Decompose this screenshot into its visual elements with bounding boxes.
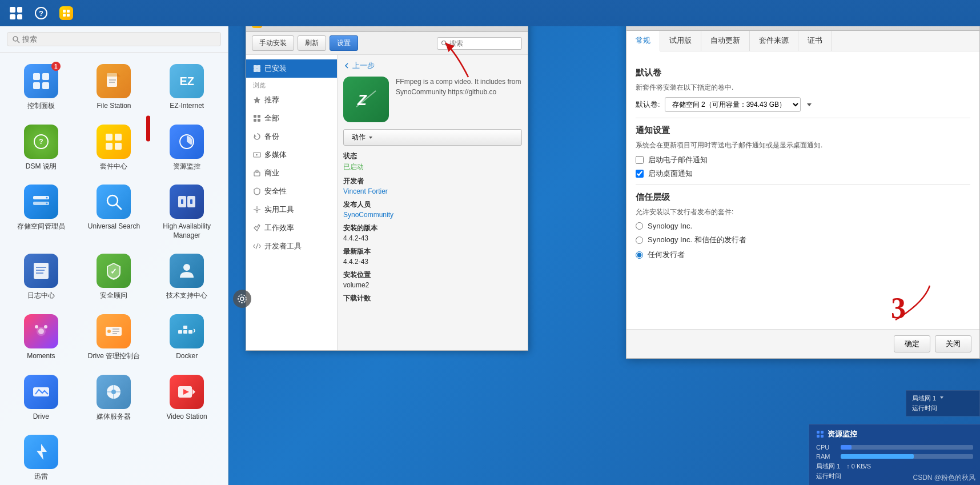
email-notify-checkbox[interactable]: [636, 156, 644, 164]
usearch-svg: [103, 191, 124, 212]
lan-label: 局域网 1: [912, 395, 936, 402]
settings-button[interactable]: 设置: [330, 35, 358, 51]
installed-label: 已安装: [264, 63, 287, 74]
sidebar-devtools[interactable]: 开发者工具: [246, 237, 337, 255]
launcher-search-icon: [12, 35, 20, 43]
app-log-icon: [24, 254, 58, 288]
app-log-label: 日志中心: [27, 291, 55, 300]
tab-trial[interactable]: 试用版: [660, 31, 701, 51]
sidebar-installed[interactable]: 已安装: [246, 59, 337, 78]
app-moments[interactable]: Moments: [7, 310, 75, 366]
app-resource[interactable]: 资源监控: [152, 120, 221, 176]
app-launcher-button[interactable]: [5, 2, 27, 25]
app-usearch[interactable]: Universal Search: [80, 180, 148, 244]
app-moments-label: Moments: [27, 352, 55, 361]
backup-label: 备份: [264, 131, 279, 142]
tab-certificate[interactable]: 证书: [798, 31, 832, 51]
svg-rect-3: [67, 10, 70, 13]
ram-fill: [841, 454, 914, 459]
trust-any-row: 任何发行者: [636, 250, 970, 260]
app-ezinternet-icon: EZ: [170, 64, 204, 98]
app-dsm-label: DSM 说明: [26, 162, 57, 171]
app-storage[interactable]: 存储空间管理员: [7, 180, 75, 244]
cpanel-svg: [31, 71, 51, 91]
app-drivectl[interactable]: Drive 管理控制台: [80, 310, 148, 366]
app-video[interactable]: Video Station: [152, 370, 221, 426]
app-log[interactable]: 日志中心: [7, 249, 75, 305]
sidebar-backup[interactable]: 备份: [246, 127, 337, 146]
settings-tabs: 常规 试用版 自动更新 套件来源 证书: [626, 31, 979, 51]
app-usearch-icon: [97, 185, 131, 219]
trust-desc: 允许安装以下发行者发布的套件:: [636, 207, 970, 217]
svg-rect-4: [63, 14, 66, 17]
sidebar-utilities[interactable]: 实用工具: [246, 201, 337, 219]
all-icon: [253, 114, 261, 122]
trust-synology-radio[interactable]: [636, 222, 643, 230]
launcher-search-input[interactable]: [22, 35, 216, 43]
settings-window: 设置 常规 试用版 自动更新 套件来源 证书 默认卷 新套件将安装在以下指定的卷…: [626, 10, 980, 359]
sidebar-recommended[interactable]: 推荐: [246, 91, 337, 109]
email-notify-row: 启动电子邮件通知: [636, 155, 970, 165]
svg-rect-52: [183, 326, 187, 329]
sidebar-productivity[interactable]: 工作效率: [246, 219, 337, 237]
app-support[interactable]: 技术支持中心: [152, 249, 221, 305]
resource-svg: [176, 131, 197, 152]
app-security[interactable]: ✓ 安全顾问: [80, 249, 148, 305]
app-drive[interactable]: Drive: [7, 370, 75, 426]
app-drivectl-icon: [97, 314, 131, 348]
sidebar-security[interactable]: 安全性: [246, 182, 337, 201]
latest-version-value: 4.4.2-43: [343, 258, 522, 266]
status-label: 状态: [343, 151, 522, 161]
launcher-search-wrap: [7, 32, 221, 46]
ram-label: RAM: [816, 453, 836, 460]
close-button[interactable]: 关闭: [935, 335, 971, 352]
pkg-back-button[interactable]: 上一步: [343, 61, 522, 71]
app-file[interactable]: File Station: [80, 59, 148, 115]
svg-rect-88: [817, 431, 820, 434]
manual-install-button[interactable]: 手动安装: [252, 35, 294, 51]
refresh-button[interactable]: 刷新: [298, 35, 326, 51]
app-docker-icon: [170, 314, 204, 348]
app-dsm[interactable]: ? DSM 说明: [7, 120, 75, 176]
svg-rect-19: [106, 134, 113, 141]
recommended-icon: [253, 96, 261, 104]
tab-auto-update[interactable]: 自动更新: [701, 31, 750, 51]
sidebar-all[interactable]: 全部: [246, 109, 337, 127]
pkg-search-input[interactable]: [449, 39, 518, 47]
app-docker[interactable]: Docker: [152, 310, 221, 366]
package-center-taskbar[interactable]: [55, 2, 78, 25]
app-suite-icon: [97, 125, 131, 159]
grid-dot-2: [17, 7, 23, 13]
tab-package-source[interactable]: 套件来源: [750, 31, 798, 51]
settings-gear-icon[interactable]: [233, 290, 251, 308]
svg-point-27: [46, 203, 47, 205]
app-ezinternet[interactable]: EZ EZ-Internet: [152, 59, 221, 115]
trust-any-radio[interactable]: [636, 251, 643, 259]
svg-point-41: [38, 328, 44, 334]
recommended-label: 推荐: [264, 95, 279, 105]
pkg-sidebar: 已安装 浏览 推荐 全部 备份 多媒体 商业: [246, 55, 338, 350]
launcher-search-bar: [0, 26, 228, 53]
default-volume-row: 默认卷: 存储空间 2（可用容量：394.43 GB）: [636, 97, 970, 112]
svg-rect-20: [115, 134, 122, 141]
svg-line-62: [445, 45, 447, 46]
pkg-action-button[interactable]: 动作: [343, 129, 522, 146]
help-button[interactable]: ?: [30, 2, 53, 25]
sidebar-business[interactable]: 商业: [246, 164, 337, 182]
app-thunder[interactable]: 迅雷: [7, 430, 75, 485]
app-cpanel[interactable]: 1 控制面板: [7, 59, 75, 115]
sidebar-multimedia[interactable]: 多媒体: [246, 146, 337, 164]
svg-text:?: ?: [39, 9, 43, 18]
confirm-button[interactable]: 确定: [894, 335, 930, 352]
app-ha[interactable]: High Availability Manager: [152, 180, 221, 244]
desktop-notify-checkbox[interactable]: [636, 170, 644, 178]
svg-marker-84: [369, 137, 372, 139]
trust-synology-trusted-radio[interactable]: [636, 237, 643, 244]
grid-icon: [10, 7, 22, 19]
app-docker-label: Docker: [176, 352, 198, 361]
tab-general[interactable]: 常规: [626, 31, 660, 51]
app-media[interactable]: 媒体服务器: [80, 370, 148, 426]
security-menu-icon: [253, 187, 261, 195]
default-volume-select[interactable]: 存储空间 2（可用容量：394.43 GB）: [665, 97, 801, 112]
app-suite[interactable]: 套件中心: [80, 120, 148, 176]
